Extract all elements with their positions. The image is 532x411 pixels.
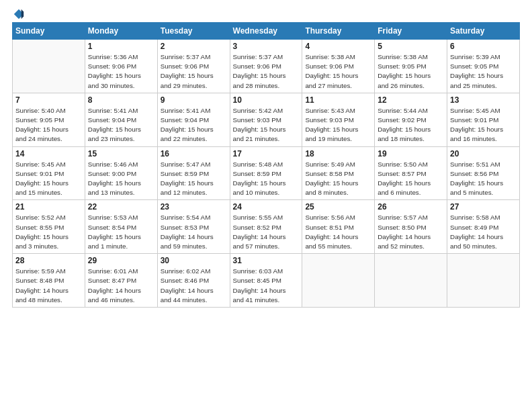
logo-icon <box>13 8 25 20</box>
day-info: Sunrise: 5:47 AM Sunset: 8:59 PM Dayligh… <box>161 160 227 198</box>
day-number: 7 <box>15 95 82 105</box>
calendar-cell: 24Sunrise: 5:55 AM Sunset: 8:52 PM Dayli… <box>230 200 302 254</box>
day-info: Sunrise: 5:52 AM Sunset: 8:55 PM Dayligh… <box>15 213 82 251</box>
day-info: Sunrise: 5:40 AM Sunset: 9:05 PM Dayligh… <box>15 106 82 144</box>
weekday-header-sunday: Sunday <box>13 23 85 40</box>
weekday-header-friday: Friday <box>375 23 447 40</box>
calendar-cell: 8Sunrise: 5:41 AM Sunset: 9:04 PM Daylig… <box>85 93 157 146</box>
day-number: 25 <box>305 202 371 212</box>
day-info: Sunrise: 5:55 AM Sunset: 8:52 PM Dayligh… <box>233 213 300 251</box>
day-info: Sunrise: 5:41 AM Sunset: 9:04 PM Dayligh… <box>88 106 154 144</box>
day-info: Sunrise: 5:49 AM Sunset: 8:58 PM Dayligh… <box>305 160 371 198</box>
day-number: 16 <box>161 149 227 158</box>
day-number: 21 <box>15 202 82 212</box>
day-info: Sunrise: 5:59 AM Sunset: 8:48 PM Dayligh… <box>15 267 82 305</box>
day-number: 31 <box>233 256 300 265</box>
calendar-cell: 4Sunrise: 5:38 AM Sunset: 9:06 PM Daylig… <box>302 40 375 93</box>
day-info: Sunrise: 5:44 AM Sunset: 9:02 PM Dayligh… <box>378 106 444 144</box>
calendar-cell <box>302 254 375 308</box>
weekday-header-saturday: Saturday <box>447 23 520 40</box>
calendar-cell: 25Sunrise: 5:56 AM Sunset: 8:51 PM Dayli… <box>302 200 375 254</box>
day-info: Sunrise: 5:58 AM Sunset: 8:49 PM Dayligh… <box>450 213 517 251</box>
day-info: Sunrise: 5:45 AM Sunset: 9:01 PM Dayligh… <box>450 106 517 144</box>
day-info: Sunrise: 5:51 AM Sunset: 8:56 PM Dayligh… <box>450 160 517 198</box>
calendar-cell <box>13 40 85 93</box>
calendar-cell: 10Sunrise: 5:42 AM Sunset: 9:03 PM Dayli… <box>230 93 302 146</box>
calendar-cell: 26Sunrise: 5:57 AM Sunset: 8:50 PM Dayli… <box>375 200 447 254</box>
day-info: Sunrise: 5:54 AM Sunset: 8:53 PM Dayligh… <box>161 213 227 251</box>
day-info: Sunrise: 6:03 AM Sunset: 8:45 PM Dayligh… <box>233 267 300 305</box>
day-number: 8 <box>88 95 154 105</box>
weekday-header-tuesday: Tuesday <box>157 23 230 40</box>
calendar-cell: 19Sunrise: 5:50 AM Sunset: 8:57 PM Dayli… <box>375 146 447 200</box>
calendar-cell: 13Sunrise: 5:45 AM Sunset: 9:01 PM Dayli… <box>447 93 520 146</box>
calendar-cell: 6Sunrise: 5:39 AM Sunset: 9:05 PM Daylig… <box>447 40 520 93</box>
svg-marker-1 <box>21 9 24 18</box>
weekday-header-monday: Monday <box>85 23 157 40</box>
day-number: 18 <box>305 149 371 158</box>
day-info: Sunrise: 5:39 AM Sunset: 9:05 PM Dayligh… <box>450 52 517 91</box>
calendar-cell: 27Sunrise: 5:58 AM Sunset: 8:49 PM Dayli… <box>447 200 520 254</box>
day-info: Sunrise: 5:36 AM Sunset: 9:06 PM Dayligh… <box>88 52 154 91</box>
day-number: 1 <box>88 42 154 51</box>
day-info: Sunrise: 5:53 AM Sunset: 8:54 PM Dayligh… <box>88 213 154 251</box>
calendar-cell: 17Sunrise: 5:48 AM Sunset: 8:59 PM Dayli… <box>230 146 302 200</box>
header <box>12 7 520 18</box>
calendar-cell: 1Sunrise: 5:36 AM Sunset: 9:06 PM Daylig… <box>85 40 157 93</box>
calendar-cell: 29Sunrise: 6:01 AM Sunset: 8:47 PM Dayli… <box>85 254 157 308</box>
day-info: Sunrise: 5:38 AM Sunset: 9:05 PM Dayligh… <box>378 52 444 91</box>
day-number: 27 <box>450 202 517 212</box>
day-info: Sunrise: 5:38 AM Sunset: 9:06 PM Dayligh… <box>305 52 371 91</box>
day-number: 20 <box>450 149 517 158</box>
calendar-cell: 14Sunrise: 5:45 AM Sunset: 9:01 PM Dayli… <box>13 146 85 200</box>
day-number: 17 <box>233 149 300 158</box>
day-info: Sunrise: 5:57 AM Sunset: 8:50 PM Dayligh… <box>378 213 444 251</box>
day-number: 5 <box>378 42 444 51</box>
day-number: 4 <box>305 42 371 51</box>
calendar-cell: 23Sunrise: 5:54 AM Sunset: 8:53 PM Dayli… <box>157 200 230 254</box>
logo <box>12 7 25 18</box>
day-number: 19 <box>378 149 444 158</box>
day-number: 12 <box>378 95 444 105</box>
day-number: 13 <box>450 95 517 105</box>
day-number: 10 <box>233 95 300 105</box>
page: SundayMondayTuesdayWednesdayThursdayFrid… <box>0 0 532 411</box>
day-info: Sunrise: 6:02 AM Sunset: 8:46 PM Dayligh… <box>161 267 227 305</box>
calendar-cell: 31Sunrise: 6:03 AM Sunset: 8:45 PM Dayli… <box>230 254 302 308</box>
day-number: 15 <box>88 149 154 158</box>
day-number: 30 <box>161 256 227 265</box>
calendar-week-2: 7Sunrise: 5:40 AM Sunset: 9:05 PM Daylig… <box>13 93 520 146</box>
calendar-week-4: 21Sunrise: 5:52 AM Sunset: 8:55 PM Dayli… <box>13 200 520 254</box>
calendar-cell: 30Sunrise: 6:02 AM Sunset: 8:46 PM Dayli… <box>157 254 230 308</box>
day-info: Sunrise: 5:46 AM Sunset: 9:00 PM Dayligh… <box>88 160 154 198</box>
calendar-cell: 12Sunrise: 5:44 AM Sunset: 9:02 PM Dayli… <box>375 93 447 146</box>
calendar-week-3: 14Sunrise: 5:45 AM Sunset: 9:01 PM Dayli… <box>13 146 520 200</box>
day-number: 29 <box>88 256 154 265</box>
calendar-cell: 2Sunrise: 5:37 AM Sunset: 9:06 PM Daylig… <box>157 40 230 93</box>
day-info: Sunrise: 5:37 AM Sunset: 9:06 PM Dayligh… <box>161 52 227 91</box>
calendar-cell <box>447 254 520 308</box>
calendar-cell: 20Sunrise: 5:51 AM Sunset: 8:56 PM Dayli… <box>447 146 520 200</box>
calendar-cell: 22Sunrise: 5:53 AM Sunset: 8:54 PM Dayli… <box>85 200 157 254</box>
day-number: 24 <box>233 202 300 212</box>
calendar-cell: 21Sunrise: 5:52 AM Sunset: 8:55 PM Dayli… <box>13 200 85 254</box>
calendar-cell: 3Sunrise: 5:37 AM Sunset: 9:06 PM Daylig… <box>230 40 302 93</box>
day-info: Sunrise: 5:45 AM Sunset: 9:01 PM Dayligh… <box>15 160 82 198</box>
calendar-week-1: 1Sunrise: 5:36 AM Sunset: 9:06 PM Daylig… <box>13 40 520 93</box>
day-number: 28 <box>15 256 82 265</box>
calendar-cell: 9Sunrise: 5:41 AM Sunset: 9:04 PM Daylig… <box>157 93 230 146</box>
calendar-cell: 7Sunrise: 5:40 AM Sunset: 9:05 PM Daylig… <box>13 93 85 146</box>
weekday-header-row: SundayMondayTuesdayWednesdayThursdayFrid… <box>13 23 520 40</box>
calendar-cell: 11Sunrise: 5:43 AM Sunset: 9:03 PM Dayli… <box>302 93 375 146</box>
day-number: 9 <box>161 95 227 105</box>
day-number: 11 <box>305 95 371 105</box>
day-info: Sunrise: 5:41 AM Sunset: 9:04 PM Dayligh… <box>161 106 227 144</box>
day-number: 26 <box>378 202 444 212</box>
day-info: Sunrise: 5:48 AM Sunset: 8:59 PM Dayligh… <box>233 160 300 198</box>
day-info: Sunrise: 5:50 AM Sunset: 8:57 PM Dayligh… <box>378 160 444 198</box>
calendar-cell: 16Sunrise: 5:47 AM Sunset: 8:59 PM Dayli… <box>157 146 230 200</box>
day-number: 3 <box>233 42 300 51</box>
calendar-week-5: 28Sunrise: 5:59 AM Sunset: 8:48 PM Dayli… <box>13 254 520 308</box>
calendar-cell: 15Sunrise: 5:46 AM Sunset: 9:00 PM Dayli… <box>85 146 157 200</box>
calendar-cell: 5Sunrise: 5:38 AM Sunset: 9:05 PM Daylig… <box>375 40 447 93</box>
